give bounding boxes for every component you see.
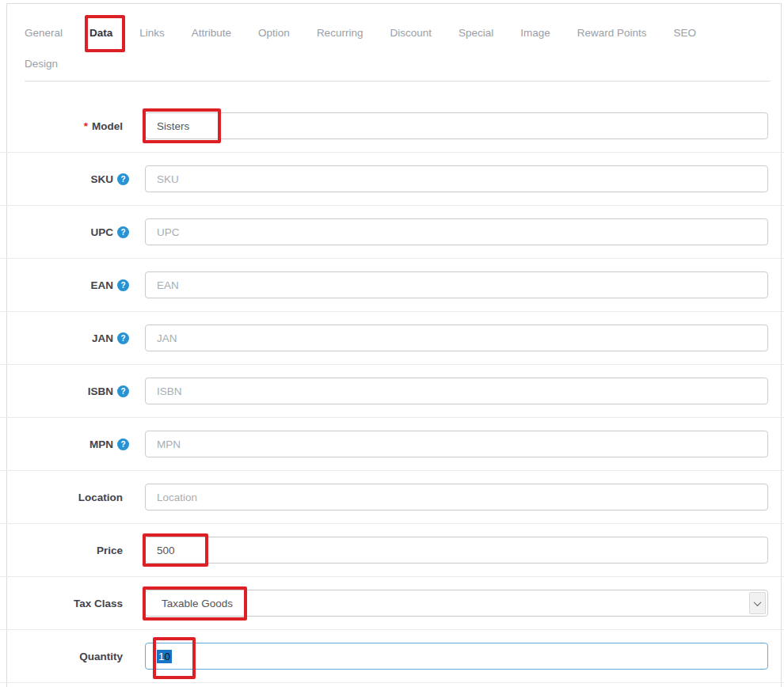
mpn-input[interactable] <box>145 431 768 457</box>
sku-input[interactable] <box>145 165 768 192</box>
tab-discount[interactable]: Discount <box>390 25 432 41</box>
help-icon[interactable]: ? <box>117 173 129 185</box>
tab-reward-points[interactable]: Reward Points <box>577 25 647 41</box>
tab-data[interactable]: Data <box>89 25 112 41</box>
field-label-tax-class: Tax Class <box>74 598 123 609</box>
tab-attribute[interactable]: Attribute <box>192 25 231 41</box>
jan-input[interactable] <box>145 325 768 351</box>
help-icon[interactable]: ? <box>117 385 129 397</box>
upc-input[interactable] <box>145 218 768 245</box>
required-asterisk: * <box>84 120 88 132</box>
tax-class-selected-value: Taxable Goods <box>146 598 233 609</box>
product-edit-page: General Data Links Attribute Option Recu… <box>0 0 784 687</box>
price-input[interactable] <box>145 537 768 564</box>
product-data-form: * Model SKU ? UPC ? <box>0 100 784 683</box>
form-row-ean: EAN ? <box>0 259 784 312</box>
tab-design[interactable]: Design <box>25 56 58 72</box>
tab-row-2: Design <box>25 56 771 72</box>
field-label-model: Model <box>92 120 123 132</box>
ean-input[interactable] <box>145 271 768 298</box>
form-row-price: Price <box>0 524 784 577</box>
help-icon[interactable]: ? <box>117 279 129 291</box>
tax-class-select[interactable]: Taxable Goods <box>145 590 768 617</box>
isbn-input[interactable] <box>145 378 768 404</box>
field-label-ean: EAN <box>90 279 113 291</box>
form-row-jan: JAN ? <box>0 312 784 365</box>
tab-links[interactable]: Links <box>139 25 165 41</box>
tab-general[interactable]: General <box>25 25 63 41</box>
form-row-mpn: MPN ? <box>0 418 784 471</box>
help-icon[interactable]: ? <box>117 226 129 238</box>
tab-special[interactable]: Special <box>459 25 493 41</box>
form-row-model: * Model <box>0 100 784 153</box>
form-row-isbn: ISBN ? <box>0 365 784 418</box>
field-label-price: Price <box>97 545 123 556</box>
form-row-tax-class: Tax Class Taxable Goods <box>0 577 784 630</box>
field-label-jan: JAN <box>92 332 113 344</box>
form-row-upc: UPC ? <box>0 206 784 259</box>
field-label-quantity: Quantity <box>79 651 123 662</box>
tab-seo[interactable]: SEO <box>674 25 697 41</box>
tab-row-1: General Data Links Attribute Option Recu… <box>25 25 771 41</box>
form-row-location: Location <box>0 471 784 524</box>
location-input[interactable] <box>145 484 768 511</box>
field-label-location: Location <box>78 492 123 503</box>
quantity-input[interactable]: 10 <box>145 643 768 670</box>
model-input[interactable] <box>145 112 768 139</box>
field-label-upc: UPC <box>90 226 113 238</box>
help-icon[interactable]: ? <box>117 332 129 344</box>
help-icon[interactable]: ? <box>117 438 129 450</box>
field-label-isbn: ISBN <box>88 385 113 397</box>
tab-image[interactable]: Image <box>520 25 550 41</box>
form-row-quantity: Quantity 10 <box>0 630 784 683</box>
field-label-sku: SKU <box>90 173 113 185</box>
tab-option[interactable]: Option <box>258 25 290 41</box>
tab-bar: General Data Links Attribute Option Recu… <box>25 4 771 82</box>
chevron-down-icon[interactable] <box>749 592 766 614</box>
quantity-selected-text: 1 <box>157 650 165 663</box>
field-label-mpn: MPN <box>89 438 113 450</box>
form-row-sku: SKU ? <box>0 153 784 206</box>
tab-recurring[interactable]: Recurring <box>317 25 363 41</box>
quantity-selected-text: 0 <box>165 650 173 663</box>
